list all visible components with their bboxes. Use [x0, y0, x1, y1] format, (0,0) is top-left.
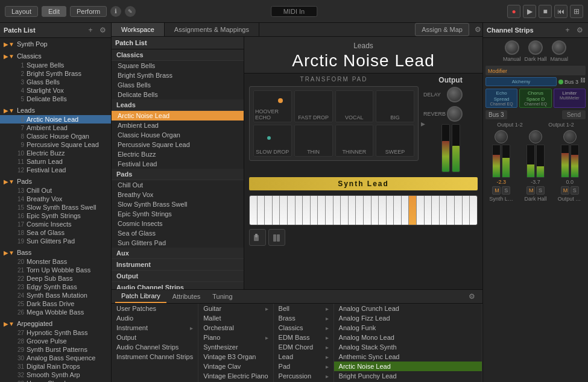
- record-button[interactable]: ●: [507, 5, 520, 18]
- patch-item-glass-bells[interactable]: 3Glass Bells: [0, 78, 111, 86]
- patch-list-add-icon[interactable]: +: [86, 25, 95, 35]
- patch-item-sea-of-glass[interactable]: 18Sea of Glass: [0, 228, 111, 237]
- white-key-9[interactable]: [311, 196, 318, 225]
- white-key-8[interactable]: [303, 196, 311, 225]
- patch-item-percussive-square-lead[interactable]: 9Percussive Square Lead: [0, 140, 111, 149]
- bus3-button[interactable]: Bus 3: [485, 110, 507, 119]
- patch-item-hypnotic-synth-bass[interactable]: 27Hypnotic Synth Bass: [0, 328, 111, 337]
- mute-button-2[interactable]: M: [526, 186, 535, 195]
- mute-button-3[interactable]: M: [561, 186, 569, 195]
- cpatch-item-delicate-bells[interactable]: Delicate Bells: [112, 90, 244, 99]
- white-key-27[interactable]: [447, 196, 455, 225]
- lib-item-analog-fizz-lead[interactable]: Analog Fizz Lead: [334, 313, 482, 323]
- white-key-21[interactable]: [402, 196, 409, 225]
- lib-item-piano[interactable]: Piano▸: [198, 333, 273, 342]
- lib-item-mallet[interactable]: Mallet: [198, 313, 273, 323]
- lib-item-anthemic-sync-lead[interactable]: Anthemic Sync Lead: [334, 352, 482, 362]
- delay-knob[interactable]: [447, 87, 463, 102]
- pad-next-arrow[interactable]: ▸: [421, 119, 425, 128]
- lib-item-synthesizer[interactable]: Synthesizer: [198, 342, 273, 352]
- layout-button[interactable]: Layout: [5, 6, 38, 17]
- cpatch-item-percussive-square-lead-c[interactable]: Percussive Square Lead: [112, 140, 244, 149]
- patch-item-square-bells[interactable]: 1Square Bells: [0, 61, 111, 69]
- lib-item-guitar[interactable]: Guitar▸: [198, 304, 273, 313]
- play-button[interactable]: ▶: [523, 5, 536, 18]
- lib-item-vintage-clav[interactable]: Vintage Clav: [198, 362, 273, 371]
- patch-item-edgy-synth-bass[interactable]: 23Edgy Synth Bass: [0, 283, 111, 291]
- white-key-7[interactable]: [296, 196, 303, 225]
- cpatch-item-sun-glitters-c[interactable]: Sun Glitters Pad: [112, 238, 244, 248]
- white-key-28[interactable]: [455, 196, 463, 225]
- patch-item-analog-bass-sequence[interactable]: 30Analog Bass Sequence: [0, 354, 111, 362]
- patch-item-cosmic-insects[interactable]: 17Cosmic Insects: [0, 220, 111, 228]
- lib-item-vintage-ep[interactable]: Vintage Electric Piano: [198, 371, 273, 381]
- white-key-10[interactable]: [318, 196, 326, 225]
- key-icon-1[interactable]: [249, 229, 266, 246]
- patch-item-deep-sub-bass[interactable]: 22Deep Sub Bass: [0, 274, 111, 283]
- white-key-14[interactable]: [349, 196, 356, 225]
- patch-item-chill-out[interactable]: 13Chill Out: [0, 186, 111, 195]
- solo-button-2[interactable]: S: [536, 186, 545, 195]
- patch-item-groove-pulse[interactable]: 28Groove Pulse: [0, 337, 111, 345]
- lib-item-bell[interactable]: Bell▸: [274, 304, 334, 313]
- cpatch-item-arctic-noise-lead[interactable]: Arctic Noise Lead: [112, 111, 244, 121]
- white-key-26[interactable]: [440, 196, 447, 225]
- white-key-24[interactable]: [425, 196, 432, 225]
- lib-item-brass[interactable]: Brass▸: [274, 313, 334, 323]
- patch-item-epic-synth-strings[interactable]: 16Epic Synth Strings: [0, 211, 111, 220]
- effect-chorus-space[interactable]: ChorusSpace D Channel EQ: [519, 89, 551, 108]
- bottom-settings-icon[interactable]: ⚙: [465, 292, 479, 301]
- cpatch-item-bright-synth-brass[interactable]: Bright Synth Brass: [112, 70, 244, 80]
- center-gear-icon[interactable]: ⚙: [473, 25, 482, 34]
- tab-workspace[interactable]: Workspace: [112, 23, 165, 36]
- info-icon[interactable]: ℹ: [110, 6, 121, 17]
- tab-patch-library[interactable]: Patch Library: [115, 290, 166, 303]
- cpatch-item-classic-house-organ[interactable]: Classic House Organ: [112, 130, 244, 140]
- key-icon-2[interactable]: [268, 229, 285, 246]
- lib-item-edm-bass[interactable]: EDM Bass▸: [274, 333, 334, 342]
- patch-item-smooth-synth-arp[interactable]: 32Smooth Synth Arp: [0, 371, 111, 379]
- pencil-icon[interactable]: ✎: [125, 6, 136, 17]
- cpatch-item-chill-out-c[interactable]: Chill Out: [112, 180, 244, 190]
- rewind-button[interactable]: ⏮: [554, 5, 567, 18]
- fader-knob-output[interactable]: [563, 130, 577, 143]
- send-button[interactable]: Send: [562, 110, 586, 119]
- cpatch-item-epic-synth-strings-c[interactable]: Epic Synth Strings: [112, 209, 244, 219]
- fader-knob-dark-hall[interactable]: [529, 130, 542, 143]
- patch-list-gear-icon[interactable]: ⚙: [98, 25, 107, 35]
- patch-item-slow-synth-brass[interactable]: 15Slow Synth Brass Swell: [0, 203, 111, 211]
- fader-knob-synth-lead[interactable]: [495, 130, 508, 143]
- lib-item-analog-funk[interactable]: Analog Funk: [334, 323, 482, 333]
- pad-cell-big[interactable]: BIG: [376, 90, 414, 122]
- cpatch-item-square-bells[interactable]: Square Bells: [112, 61, 244, 70]
- perform-button[interactable]: Perform: [70, 6, 107, 17]
- assign-map-button[interactable]: Assign & Map: [415, 23, 469, 36]
- cpatch-item-slow-synth-c[interactable]: Slow Synth Brass Swell: [112, 199, 244, 209]
- channel-strips-gear-icon[interactable]: ⚙: [575, 25, 584, 35]
- white-key-30[interactable]: [470, 196, 477, 225]
- patch-group-header-classics[interactable]: ▼ Classics: [0, 51, 111, 61]
- lib-item-edm-chord[interactable]: EDM Chord▸: [274, 342, 334, 352]
- patch-item-dark-bass-drive[interactable]: 25Dark Bass Drive: [0, 299, 111, 308]
- effect-limiter[interactable]: Limiter MultiMeter: [554, 89, 586, 108]
- lib-item-pad[interactable]: Pad▸: [274, 362, 334, 371]
- solo-button-3[interactable]: S: [571, 186, 579, 195]
- lib-item-audio[interactable]: Audio: [112, 313, 198, 323]
- lib-item-instrument[interactable]: Instrument▸: [112, 323, 198, 333]
- effect-echo-spread[interactable]: EchoSpread Channel EQ: [485, 89, 517, 108]
- pad-cell-vocal[interactable]: VOCAL: [335, 90, 374, 122]
- patch-item-electric-buzz[interactable]: 10Electric Buzz: [0, 149, 111, 157]
- effect-alchemy[interactable]: Alchemy: [485, 77, 557, 86]
- patch-item-starlight-vox[interactable]: 4Starlight Vox: [0, 86, 111, 95]
- patch-item-digital-rain-drops[interactable]: 31Digital Rain Drops: [0, 362, 111, 371]
- white-key-29[interactable]: [463, 196, 470, 225]
- patch-item-house-chords[interactable]: 33House Chords: [0, 379, 111, 382]
- patch-item-torn-up-wobble-bass[interactable]: 21Torn Up Wobble Bass: [0, 266, 111, 274]
- patch-group-header-leads[interactable]: ▼ Leads: [0, 105, 111, 115]
- pad-cell-sweep[interactable]: SWEEP: [376, 125, 414, 157]
- grid-button[interactable]: ⊞: [570, 5, 583, 18]
- cpatch-item-breathy-vox-c[interactable]: Breathy Vox: [112, 190, 244, 199]
- white-key-12[interactable]: [334, 196, 341, 225]
- piano-keyboard[interactable]: [249, 195, 478, 225]
- white-key-22-active[interactable]: [409, 196, 417, 225]
